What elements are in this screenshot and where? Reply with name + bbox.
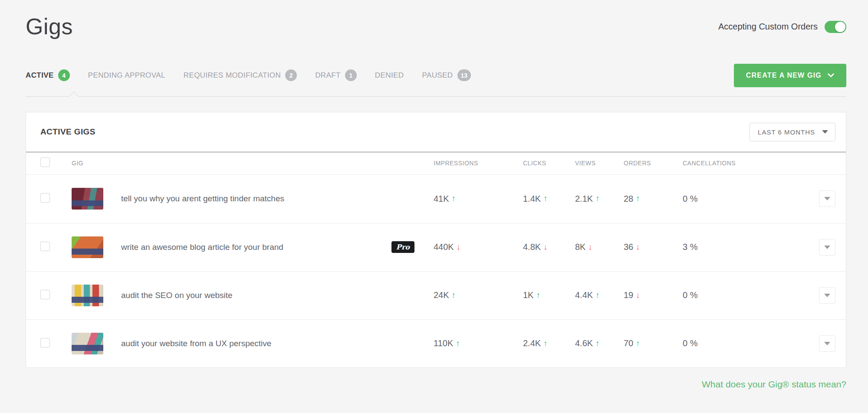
date-range-select[interactable]: LAST 6 MONTHS: [750, 123, 835, 141]
row-checkbox-cell: [40, 290, 72, 301]
trend-arrow-icon: ↑: [456, 339, 460, 348]
clicks-cell: 2.4K↑: [523, 338, 575, 348]
impressions-cell: 24K↑: [434, 290, 523, 300]
thumbnail-caption-band: [72, 345, 103, 351]
tab-pending-approval[interactable]: PENDING APPROVAL: [88, 71, 165, 80]
gig-status-help-link[interactable]: What does your Gig® status mean?: [702, 379, 846, 389]
orders-cell: 19↓: [624, 290, 683, 300]
trend-arrow-icon: ↑: [452, 291, 456, 300]
trend-arrow-icon: ↑: [595, 194, 600, 203]
caret-down-icon: [822, 130, 828, 134]
cancellations-cell: 3 %: [683, 242, 819, 252]
tab-label: DENIED: [375, 71, 404, 80]
select-all-checkbox[interactable]: [40, 157, 50, 167]
views-cell: 2.1K↑: [575, 194, 624, 204]
tab-label: ACTIVE: [26, 71, 54, 80]
gig-title-cell: audit your website from a UX perspective: [121, 339, 434, 348]
row-checkbox[interactable]: [40, 338, 50, 347]
trend-arrow-icon: ↑: [543, 339, 548, 348]
trend-arrow-icon: ↓: [543, 243, 548, 252]
row-thumb-cell: [72, 285, 121, 306]
accepting-custom-orders-label: Accepting Custom Orders: [718, 22, 818, 32]
caret-down-icon: [824, 342, 830, 345]
tab-denied[interactable]: DENIED: [375, 71, 404, 80]
column-header-clicks: CLICKS: [523, 160, 575, 167]
tab-count-badge: 1: [345, 69, 357, 81]
clicks-value: 2.4K: [523, 338, 541, 348]
tabs-row: ACTIVE 4 PENDING APPROVAL REQUIRES MODIF…: [26, 63, 846, 88]
row-checkbox[interactable]: [40, 290, 50, 299]
gig-title[interactable]: write an awesome blog article for your b…: [121, 243, 283, 252]
tab-requires-modification[interactable]: REQUIRES MODIFICATION 2: [184, 69, 297, 81]
orders-value: 36: [624, 242, 633, 252]
table-row: tell you why you arent getting tinder ma…: [26, 175, 846, 223]
clicks-cell: 4.8K↓: [523, 242, 575, 252]
impressions-cell: 110K↑: [434, 338, 523, 348]
card-title: ACTIVE GIGS: [40, 127, 95, 137]
cancellations-value: 3 %: [683, 242, 697, 252]
gig-title-cell: tell you why you arent getting tinder ma…: [121, 194, 434, 203]
table-header-row: GIG IMPRESSIONS CLICKS VIEWS ORDERS CANC…: [26, 152, 846, 175]
trend-arrow-icon: ↓: [457, 243, 461, 252]
row-actions-button[interactable]: [819, 287, 835, 304]
row-thumb-cell: [72, 333, 121, 354]
tab-active[interactable]: ACTIVE 4: [26, 69, 70, 81]
row-actions-button[interactable]: [819, 335, 835, 352]
orders-cell: 28↑: [624, 194, 683, 204]
row-thumb-cell: [72, 236, 121, 258]
impressions-value: 24K: [434, 290, 449, 300]
date-range-value: LAST 6 MONTHS: [758, 128, 815, 136]
table-row: write an awesome blog article for your b…: [26, 223, 846, 271]
table-row: audit your website from a UX perspective…: [26, 319, 846, 367]
views-value: 4.6K: [575, 338, 593, 348]
chevron-down-icon: [828, 73, 834, 78]
pro-badge: Pro: [391, 241, 414, 253]
row-checkbox[interactable]: [40, 242, 50, 251]
active-tab-notch: [69, 91, 79, 101]
cancellations-cell: 0 %: [683, 290, 819, 300]
gig-title[interactable]: audit the SEO on your website: [121, 291, 233, 300]
trend-arrow-icon: ↓: [636, 243, 640, 252]
trend-arrow-icon: ↓: [636, 291, 640, 300]
thumbnail-caption-band: [72, 249, 103, 255]
views-cell: 4.4K↑: [575, 290, 624, 300]
views-value: 8K: [575, 242, 585, 252]
gig-thumbnail[interactable]: [72, 236, 103, 258]
gig-thumbnail[interactable]: [72, 333, 103, 354]
trend-arrow-icon: ↑: [595, 291, 600, 300]
impressions-value: 440K: [434, 242, 454, 252]
orders-value: 19: [624, 290, 633, 300]
gig-thumbnail[interactable]: [72, 188, 103, 210]
trend-arrow-icon: ↑: [636, 194, 640, 203]
column-header-views: VIEWS: [575, 160, 624, 167]
active-gigs-card: ACTIVE GIGS LAST 6 MONTHS GIG IMPRESSION…: [26, 112, 846, 368]
row-actions-button[interactable]: [819, 190, 835, 207]
tab-paused[interactable]: PAUSED 13: [422, 69, 471, 81]
row-actions-button[interactable]: [819, 239, 835, 256]
gig-title[interactable]: tell you why you arent getting tinder ma…: [121, 194, 284, 203]
row-action-cell: [819, 239, 835, 256]
trend-arrow-icon: ↓: [588, 243, 592, 252]
create-new-gig-button[interactable]: CREATE A NEW GIG: [734, 64, 846, 87]
cancellations-value: 0 %: [683, 194, 697, 203]
impressions-cell: 440K↓: [434, 242, 523, 252]
tab-label: REQUIRES MODIFICATION: [184, 71, 281, 80]
clicks-value: 1K: [523, 290, 533, 300]
impressions-cell: 41K↑: [434, 194, 523, 204]
caret-down-icon: [824, 246, 830, 249]
column-header-impressions: IMPRESSIONS: [434, 160, 523, 167]
cancellations-cell: 0 %: [683, 338, 819, 348]
row-checkbox[interactable]: [40, 193, 50, 203]
accepting-custom-orders-toggle[interactable]: [825, 21, 846, 33]
impressions-value: 41K: [434, 194, 449, 204]
page-title: Gigs: [26, 12, 73, 42]
trend-arrow-icon: ↑: [452, 194, 456, 203]
top-bar: Gigs Accepting Custom Orders: [26, 0, 846, 42]
column-header-cancellations: CANCELLATIONS: [683, 160, 819, 167]
tab-draft[interactable]: DRAFT 1: [315, 69, 357, 81]
gig-thumbnail[interactable]: [72, 285, 103, 306]
footer: What does your Gig® status mean?: [26, 379, 846, 390]
row-action-cell: [819, 335, 835, 352]
gig-title[interactable]: audit your website from a UX perspective: [121, 339, 271, 348]
impressions-value: 110K: [434, 338, 453, 348]
